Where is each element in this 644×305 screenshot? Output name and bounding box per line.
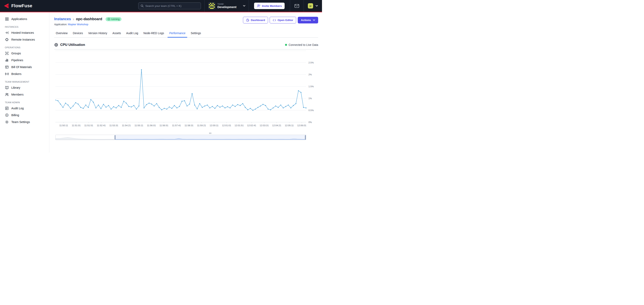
live-status-label: Connected to Live Data: [289, 43, 318, 46]
svg-text:2%: 2%: [308, 73, 312, 76]
open-editor-icon: [273, 18, 276, 22]
pipelines-icon: [5, 58, 9, 62]
sidebar-section-operations: OPERATIONS: [0, 43, 49, 50]
search-input[interactable]: [145, 4, 199, 7]
svg-text:11:57:41: 11:57:41: [172, 124, 181, 127]
chart-navigator[interactable]: [56, 135, 306, 140]
sidebar-item-label: Library: [11, 86, 20, 89]
sidebar-item-label: Groups: [11, 52, 21, 55]
sidebar-item-team-settings[interactable]: Team Settings: [0, 119, 49, 125]
instance-tabs: Overview Devices Version History Assets …: [54, 30, 318, 37]
open-editor-button[interactable]: Open Editor: [270, 17, 296, 23]
chart-navigator-wrap: [56, 135, 306, 141]
svg-text:12:01:01: 12:01:01: [222, 124, 231, 127]
search-icon: [140, 4, 144, 7]
tab-overview[interactable]: Overview: [54, 30, 69, 37]
status-badge: running: [106, 17, 122, 21]
chevron-down-icon: [316, 5, 318, 7]
svg-text:11:58:31: 11:58:31: [184, 124, 194, 127]
gear-icon: [5, 120, 9, 124]
application-link[interactable]: Mayker Workshop: [68, 23, 88, 26]
pie-chart-icon: [246, 18, 249, 22]
application-label: Application:: [54, 23, 67, 26]
chevron-down-icon: [313, 19, 315, 21]
cpu-chart: 0%0.5%1%1.5%2%2.5%11:50:1111:51:0111:51:…: [56, 50, 318, 131]
sidebar-section-team-admin: TEAM ADMIN: [0, 98, 49, 105]
user-avatar: jp: [308, 3, 313, 8]
sidebar-item-remote-instances[interactable]: Remote Instances: [0, 36, 49, 43]
svg-text:11:50:11: 11:50:11: [59, 124, 68, 127]
sidebar-item-label: Team Settings: [11, 120, 30, 124]
svg-text:12:03:31: 12:03:31: [260, 124, 269, 127]
tab-performance[interactable]: Performance: [168, 30, 187, 37]
svg-text:0.5%: 0.5%: [308, 109, 314, 111]
team-search[interactable]: [138, 2, 201, 9]
svg-text:12:00:11: 12:00:11: [210, 124, 218, 127]
tab-devices[interactable]: Devices: [71, 30, 84, 37]
sidebar-item-pipelines[interactable]: Pipelines: [0, 57, 49, 64]
team-name: Development: [218, 5, 236, 9]
actions-button-label: Actions: [301, 18, 311, 22]
svg-text:11:53:31: 11:53:31: [109, 124, 118, 127]
sidebar-item-label: Remote Instances: [11, 38, 35, 41]
svg-text:11:55:11: 11:55:11: [134, 124, 143, 127]
sidebar-item-hosted-instances[interactable]: Hosted Instances: [0, 29, 49, 36]
svg-text:12:01:51: 12:01:51: [235, 124, 244, 127]
breadcrumb: Instances › opc-dashboard running: [54, 17, 122, 21]
groups-icon: [5, 51, 9, 55]
tab-nodered-logs[interactable]: Node-RED Logs: [142, 30, 166, 37]
team-selector[interactable]: TEAM: Development: [204, 0, 249, 12]
sidebar-item-label: Pipelines: [11, 58, 23, 62]
svg-text:$: $: [6, 114, 8, 116]
svg-text:11:51:51: 11:51:51: [84, 124, 93, 127]
running-status-icon: [108, 18, 110, 20]
chevron-down-icon: [243, 5, 246, 7]
sidebar-item-label: Audit Log: [11, 107, 24, 110]
hosted-instances-icon: [5, 31, 9, 35]
svg-text:11:54:21: 11:54:21: [122, 124, 131, 127]
sidebar-item-brokers[interactable]: Brokers: [0, 70, 49, 77]
tab-version-history[interactable]: Version History: [86, 30, 109, 37]
members-icon: [5, 92, 9, 97]
sidebar-item-applications[interactable]: Applications: [0, 15, 49, 22]
svg-text:2.5%: 2.5%: [308, 61, 314, 64]
applications-icon: [5, 17, 9, 21]
svg-text:11:56:01: 11:56:01: [147, 124, 156, 127]
sidebar-item-groups[interactable]: Groups: [0, 50, 49, 57]
notifications-button[interactable]: [290, 0, 304, 12]
panel-divider: [54, 49, 318, 49]
panel-title: CPU Utilisation: [60, 43, 85, 47]
top-navigation-bar: FlowFuse TEAM: Developme: [0, 0, 322, 12]
tab-assets[interactable]: Assets: [111, 30, 122, 37]
remote-instances-icon: [5, 37, 9, 42]
live-data-status: Connected to Live Data: [285, 43, 318, 46]
svg-text:11:51:01: 11:51:01: [72, 124, 81, 127]
library-icon: [5, 86, 9, 90]
user-menu[interactable]: jp: [304, 0, 322, 12]
sidebar-item-label: Brokers: [11, 72, 22, 75]
dashboard-button-label: Dashboard: [251, 18, 265, 22]
sidebar-item-label: Applications: [11, 17, 27, 20]
invite-members-button[interactable]: Invite Members: [254, 3, 284, 9]
sidebar-item-audit-log[interactable]: Audit Log: [0, 105, 49, 112]
tab-settings[interactable]: Settings: [189, 30, 203, 37]
brand[interactable]: FlowFuse: [3, 3, 32, 9]
sidebar-item-library[interactable]: Library: [0, 84, 49, 91]
sidebar-item-label: Billing: [11, 113, 19, 117]
brokers-icon: [5, 72, 9, 76]
sidebar: Applications INSTANCES Hosted Instances …: [0, 12, 49, 152]
actions-button[interactable]: Actions: [298, 17, 318, 23]
sidebar-item-bill-of-materials[interactable]: Bill Of Materials: [0, 64, 49, 70]
navigator-grip[interactable]: [209, 132, 211, 134]
tab-audit-log[interactable]: Audit Log: [124, 30, 140, 37]
dashboard-button[interactable]: Dashboard: [243, 17, 268, 23]
breadcrumb-instances-link[interactable]: Instances: [54, 17, 71, 21]
sidebar-item-billing[interactable]: $ Billing: [0, 112, 49, 119]
status-badge-label: running: [111, 18, 120, 20]
team-avatar: [208, 2, 216, 9]
svg-text:12:02:41: 12:02:41: [247, 124, 256, 127]
sidebar-item-members[interactable]: Members: [0, 91, 49, 98]
mail-icon: [294, 4, 299, 8]
user-plus-icon: [257, 4, 260, 7]
brand-name: FlowFuse: [11, 3, 32, 8]
